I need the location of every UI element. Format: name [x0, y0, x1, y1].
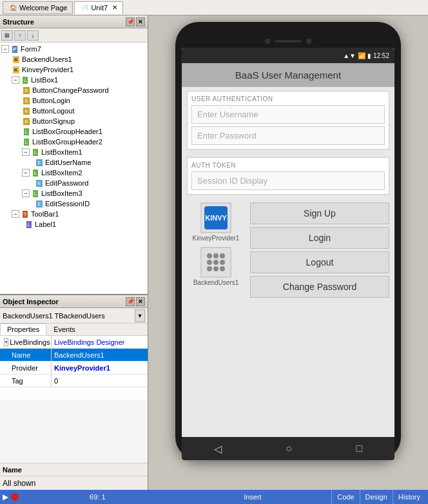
- oi-header: Object Inspector 📌 ✕: [0, 295, 148, 308]
- tree-label-toolbar1: ToolBar1: [31, 210, 59, 218]
- tree-label-listboxitem2: ListBoxItem2: [41, 169, 83, 177]
- tree-item-editpassword[interactable]: E EditPassword: [1, 178, 146, 188]
- phone-top: [182, 35, 394, 48]
- all-shown-text: All shown: [3, 479, 35, 488]
- tree-item-kinveyprovider1[interactable]: K KinveyProvider1: [1, 64, 146, 75]
- tree-label-backendusers1: BackendUsers1: [22, 55, 72, 63]
- username-input[interactable]: Enter Username: [191, 105, 385, 124]
- struct-toolbar-btn3[interactable]: ↓: [27, 30, 39, 41]
- tree-item-form7[interactable]: − F Form7: [1, 44, 146, 54]
- home-btn[interactable]: ○: [286, 443, 292, 454]
- tree-item-btnsignup[interactable]: B ButtonSignup: [1, 116, 146, 126]
- tree-expand-listboxitem1[interactable]: −: [22, 148, 30, 156]
- tree-label-btnchangepassword: ButtonChangePassword: [32, 86, 109, 94]
- password-input[interactable]: Enter Password: [191, 126, 385, 145]
- user-auth-label: USER AUTHENTICATION: [191, 95, 385, 102]
- tree-item-listboxgroupheader1[interactable]: L ListBoxGroupHeader1: [1, 126, 146, 137]
- tree-item-btnlogin[interactable]: B ButtonLogin: [1, 95, 146, 106]
- tree-item-editsessionid[interactable]: E EditSessionID: [1, 199, 146, 209]
- tree-icon-listboxitem2: L: [31, 168, 40, 177]
- structure-title: Structure: [3, 18, 34, 26]
- tree-label-editusername: EditUserName: [45, 159, 92, 166]
- tree-label-listboxgroupheader2: ListBoxGroupHeader2: [32, 138, 102, 146]
- oi-properties-grid: + LiveBindings LiveBindings Designer Nam…: [0, 336, 148, 400]
- tree-item-listboxitem3[interactable]: − L ListBoxItem3: [1, 188, 146, 199]
- oi-tab-properties[interactable]: Properties: [0, 324, 46, 335]
- tree-item-listbox1[interactable]: − L ListBox1: [1, 75, 146, 85]
- structure-pin-btn[interactable]: 📌: [126, 17, 135, 26]
- structure-tree: − F Form7 B BackendUsers1 K KinveyProvid…: [0, 43, 148, 294]
- backend-logo: [204, 251, 228, 274]
- struct-toolbar-btn1[interactable]: ⊞: [1, 30, 13, 41]
- tree-item-btnlogout[interactable]: B ButtonLogout: [1, 106, 146, 116]
- tree-item-listboxitem2[interactable]: − L ListBoxItem2: [1, 168, 146, 178]
- tree-label-listboxitem1: ListBoxItem1: [41, 148, 83, 156]
- tree-label-btnlogout: ButtonLogout: [32, 107, 74, 115]
- login-button[interactable]: Login: [250, 227, 389, 249]
- oi-row-livebindings[interactable]: + LiveBindings LiveBindings Designer: [0, 336, 148, 349]
- structure-close-btn[interactable]: ✕: [136, 17, 145, 26]
- tree-icon-btnlogin: B: [22, 96, 31, 105]
- tree-item-listboxitem1[interactable]: − L ListBoxItem1: [1, 147, 146, 157]
- tree-label-btnlogin: ButtonLogin: [32, 97, 70, 104]
- tree-expand-toolbar1[interactable]: −: [12, 210, 19, 218]
- oi-dropdown-btn[interactable]: ▼: [135, 309, 145, 322]
- tree-item-label1[interactable]: L Label1: [1, 219, 146, 229]
- tab-unit7[interactable]: 📄 Unit7 ✕: [74, 1, 123, 14]
- struct-toolbar-btn2[interactable]: ↑: [14, 30, 26, 41]
- camera: [265, 39, 270, 44]
- stop-button[interactable]: [11, 493, 19, 501]
- backend-provider-icon[interactable]: [200, 247, 231, 278]
- tree-label-kinveyprovider1: KinveyProvider1: [22, 66, 73, 73]
- tree-label-listboxgroupheader1: ListBoxGroupHeader1: [32, 128, 102, 135]
- oi-row-tag[interactable]: Tag 0: [0, 374, 148, 387]
- tree-item-backendusers1[interactable]: B BackendUsers1: [1, 54, 146, 64]
- status-icons: ▲▼ 📶 ▮ 12:52: [343, 52, 389, 59]
- main-content: Structure 📌 ✕ ⊞ ↑ ↓ − F Form7: [0, 15, 428, 490]
- tree-expand-listboxitem3[interactable]: −: [22, 189, 30, 197]
- logout-button[interactable]: Logout: [250, 251, 389, 273]
- oi-val-provider: KinveyProvider1: [52, 364, 148, 372]
- oi-pin-btn[interactable]: 📌: [126, 297, 135, 306]
- tree-item-editusername[interactable]: E EditUserName: [1, 157, 146, 168]
- object-inspector: Object Inspector 📌 ✕ BackendUsers1 TBack…: [0, 295, 148, 476]
- oi-tab-events[interactable]: Events: [46, 324, 83, 335]
- oi-val-livebindings[interactable]: LiveBindings Designer: [52, 338, 148, 346]
- auth-token-section: AUTH TOKEN Session ID Display: [187, 157, 389, 195]
- camera2: [306, 39, 311, 44]
- bottom-tab-design[interactable]: Design: [360, 490, 393, 504]
- time-display: 12:52: [373, 52, 389, 59]
- tree-item-toolbar1[interactable]: − T ToolBar1: [1, 209, 146, 219]
- recent-btn[interactable]: □: [356, 443, 363, 454]
- left-panel: Structure 📌 ✕ ⊞ ↑ ↓ − F Form7: [0, 15, 148, 490]
- back-btn[interactable]: ◁: [214, 443, 222, 455]
- tab-close-icon[interactable]: ✕: [112, 4, 117, 11]
- tree-expand-listboxitem2[interactable]: −: [22, 169, 30, 177]
- tree-icon-kinveyprovider1: K: [12, 65, 21, 74]
- oi-close-btn[interactable]: ✕: [136, 297, 145, 306]
- user-auth-section: USER AUTHENTICATION Enter Username Enter…: [187, 91, 389, 150]
- tree-label-form7: Form7: [21, 45, 41, 53]
- oi-row-provider[interactable]: Provider KinveyProvider1: [0, 362, 148, 374]
- tree-item-listboxgroupheader2[interactable]: L ListBoxGroupHeader2: [1, 137, 146, 147]
- structure-title-group: Structure: [3, 18, 34, 26]
- session-id-display[interactable]: Session ID Display: [191, 171, 385, 190]
- changepassword-button[interactable]: Change Password: [250, 276, 389, 298]
- tab-welcome[interactable]: 🏠 Welcome Page: [3, 1, 73, 14]
- oi-row-name[interactable]: Name BackendUsers1: [0, 349, 148, 362]
- tree-item-btnchangepassword[interactable]: B ButtonChangePassword: [1, 85, 146, 95]
- bottom-tab-code[interactable]: Code: [331, 490, 359, 504]
- tree-expand-form7[interactable]: −: [1, 45, 9, 53]
- signup-button[interactable]: Sign Up: [250, 202, 389, 224]
- oi-key-name: Name: [0, 349, 52, 361]
- backend-provider-item: BackendUsers1: [193, 247, 239, 286]
- signal-icon: 📶: [358, 52, 365, 59]
- app-content: BaaS User Management USER AUTHENTICATION…: [182, 63, 394, 437]
- tree-expand-listbox1[interactable]: −: [12, 76, 19, 84]
- livebindings-expand-icon[interactable]: +: [4, 338, 8, 346]
- tree-icon-btnlogout: B: [22, 106, 31, 115]
- tree-icon-listbox1: L: [21, 75, 30, 84]
- bottom-tab-history[interactable]: History: [393, 490, 425, 504]
- kinvey-provider-icon[interactable]: KINVY: [200, 202, 231, 233]
- play-button[interactable]: ▶: [3, 492, 8, 501]
